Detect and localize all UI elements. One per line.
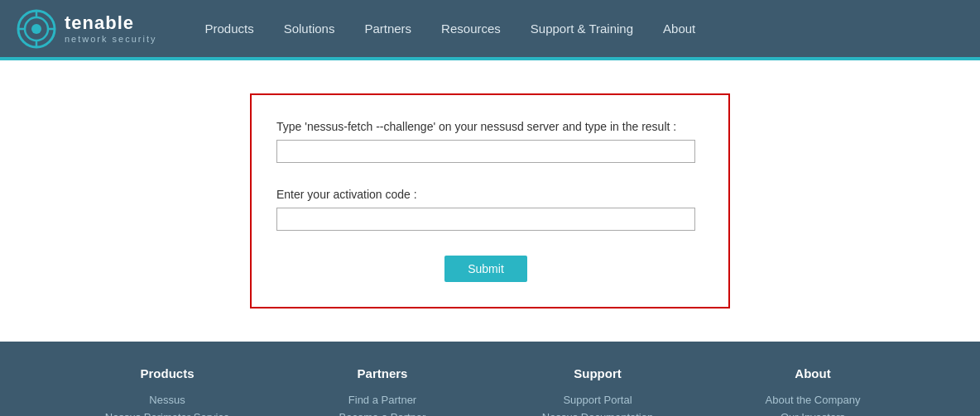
footer-col-partners: Partners Find a Partner Become a Partner: [275, 366, 490, 416]
submit-button[interactable]: Submit: [444, 256, 527, 282]
logo-tenable: tenable: [65, 13, 156, 33]
nav-solutions[interactable]: Solutions: [269, 0, 350, 57]
site-header: tenable network security Products Soluti…: [0, 0, 980, 57]
nav-products[interactable]: Products: [190, 0, 268, 57]
nav-partners[interactable]: Partners: [349, 0, 426, 57]
site-footer: Products Nessus Nessus Perimeter Service…: [0, 342, 980, 416]
footer-partners-heading: Partners: [291, 366, 473, 380]
footer-link-nessus[interactable]: Nessus: [76, 394, 258, 406]
nav-support-training[interactable]: Support & Training: [516, 0, 648, 57]
footer-about-heading: About: [722, 366, 904, 380]
logo-text: tenable network security: [65, 13, 156, 43]
footer-link-become-partner[interactable]: Become a Partner: [291, 411, 473, 416]
footer-link-find-partner[interactable]: Find a Partner: [291, 394, 473, 406]
logo-sub: network security: [65, 34, 156, 44]
main-content: Type 'nessus-fetch --challenge' on your …: [0, 60, 980, 342]
nav-resources[interactable]: Resources: [426, 0, 516, 57]
nav-about[interactable]: About: [648, 0, 710, 57]
svg-point-2: [31, 24, 41, 34]
footer-col-about: About About the Company Our Investors Co…: [705, 366, 920, 416]
footer-link-investors[interactable]: Our Investors: [722, 411, 904, 416]
footer-products-heading: Products: [76, 366, 258, 380]
challenge-label: Type 'nessus-fetch --challenge' on your …: [276, 120, 695, 133]
logo-area[interactable]: tenable network security: [17, 9, 156, 49]
footer-link-nessus-perimeter[interactable]: Nessus Perimeter Service: [76, 411, 258, 416]
submit-area: Submit: [276, 256, 695, 282]
challenge-form-box: Type 'nessus-fetch --challenge' on your …: [250, 93, 730, 308]
challenge-group: Type 'nessus-fetch --challenge' on your …: [276, 120, 695, 179]
challenge-input[interactable]: [276, 140, 695, 163]
activation-group: Enter your activation code :: [276, 188, 695, 247]
activation-label: Enter your activation code :: [276, 188, 695, 201]
footer-link-about-company[interactable]: About the Company: [722, 394, 904, 406]
footer-col-support: Support Support Portal Nessus Documentat…: [490, 366, 705, 416]
footer-col-products: Products Nessus Nessus Perimeter Service…: [60, 366, 275, 416]
activation-input[interactable]: [276, 208, 695, 231]
footer-support-heading: Support: [507, 366, 689, 380]
main-nav: Products Solutions Partners Resources Su…: [190, 0, 710, 57]
footer-link-support-portal[interactable]: Support Portal: [507, 394, 689, 406]
tenable-logo-icon: [17, 9, 56, 49]
footer-link-nessus-docs[interactable]: Nessus Documentation: [507, 411, 689, 416]
